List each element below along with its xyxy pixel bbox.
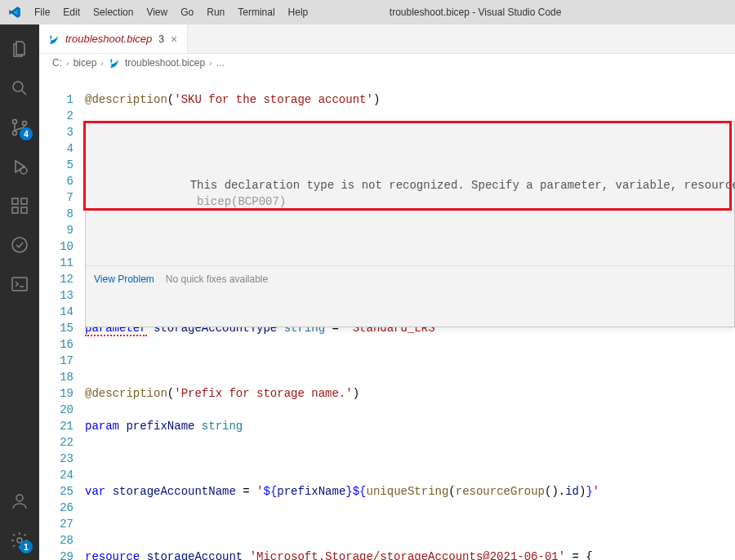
breadcrumb-ellipsis[interactable]: ...: [216, 57, 225, 69]
menu-help[interactable]: Help: [283, 3, 314, 21]
svg-point-4: [20, 167, 27, 174]
svg-point-0: [13, 82, 23, 91]
settings-badge: 1: [20, 540, 33, 553]
activity-accounts[interactable]: [0, 482, 39, 521]
menu-view[interactable]: View: [140, 3, 173, 21]
breadcrumb[interactable]: C: › bicep › troubleshoot.bicep › ...: [39, 54, 735, 72]
menu-go[interactable]: Go: [175, 3, 199, 21]
bicep-file-icon: [47, 33, 60, 46]
scm-badge: 4: [20, 127, 33, 140]
breadcrumb-seg-drive[interactable]: C:: [52, 57, 62, 69]
extensions-icon: [10, 196, 29, 216]
menu-run[interactable]: Run: [201, 3, 230, 21]
activity-settings[interactable]: 1: [0, 521, 39, 560]
code-editor[interactable]: 1234567891011121314151617181920212223242…: [39, 72, 735, 560]
activity-extensions[interactable]: [0, 186, 39, 225]
tab-bar: troubleshoot.bicep 3 ×: [39, 24, 735, 54]
breadcrumb-seg-file[interactable]: troubleshoot.bicep: [125, 57, 205, 69]
svg-rect-10: [12, 278, 27, 291]
account-icon: [10, 491, 29, 511]
chevron-right-icon: ›: [66, 58, 69, 68]
svg-point-9: [12, 238, 27, 252]
no-quick-fix-label: No quick fixes available: [166, 271, 268, 287]
problem-message: This declaration type is not recognized.…: [190, 179, 735, 192]
vscode-logo-icon: [0, 6, 29, 19]
bicep-file-icon: [108, 56, 121, 69]
menu-terminal[interactable]: Terminal: [232, 3, 280, 21]
svg-point-11: [16, 495, 23, 501]
svg-rect-6: [12, 207, 18, 213]
breadcrumb-seg-folder[interactable]: bicep: [74, 57, 97, 69]
chevron-right-icon: ›: [209, 58, 212, 68]
problem-source-code: bicep(BCP007): [197, 195, 286, 208]
activity-explorer[interactable]: [0, 29, 39, 69]
svg-rect-7: [21, 207, 27, 213]
activity-source-control[interactable]: 4: [0, 108, 39, 147]
play-bug-icon: [10, 157, 29, 176]
tab-close-icon[interactable]: ×: [169, 33, 179, 46]
svg-point-1: [13, 120, 17, 124]
line-number-gutter: 1234567891011121314151617181920212223242…: [39, 72, 85, 560]
editor-area: troubleshoot.bicep 3 × C: › bicep › trou…: [39, 24, 735, 560]
activity-search[interactable]: [0, 69, 39, 108]
search-icon: [10, 78, 29, 98]
beaker-check-icon: [10, 235, 29, 255]
menu-edit[interactable]: Edit: [57, 3, 86, 21]
problem-source: [190, 195, 197, 208]
svg-point-2: [13, 131, 17, 136]
activity-bar: 4 1: [0, 24, 39, 560]
title-bar: File Edit Selection View Go Run Terminal…: [0, 0, 735, 24]
tab-problem-count: 3: [158, 33, 164, 45]
activity-testing[interactable]: [0, 225, 39, 264]
terminal-icon: [10, 274, 29, 294]
menu-selection[interactable]: Selection: [87, 3, 139, 21]
svg-rect-5: [12, 198, 18, 204]
problem-hover-popup: This declaration type is not recognized.…: [85, 121, 735, 327]
tab-troubleshoot-bicep[interactable]: troubleshoot.bicep 3 ×: [39, 24, 188, 53]
chevron-right-icon: ›: [100, 58, 104, 68]
code-content[interactable]: @description('SKU for the storage accoun…: [85, 72, 735, 560]
activity-remote[interactable]: [0, 264, 39, 304]
window-title: troubleshoot.bicep - Visual Studio Code: [314, 7, 637, 18]
svg-point-3: [23, 122, 27, 126]
activity-run-debug[interactable]: [0, 147, 39, 186]
view-problem-link[interactable]: View Problem: [94, 271, 154, 287]
files-icon: [10, 39, 29, 59]
tab-filename: troubleshoot.bicep: [65, 33, 152, 45]
menu-bar: File Edit Selection View Go Run Terminal…: [29, 3, 314, 21]
svg-rect-8: [21, 198, 27, 204]
menu-file[interactable]: File: [29, 3, 56, 21]
